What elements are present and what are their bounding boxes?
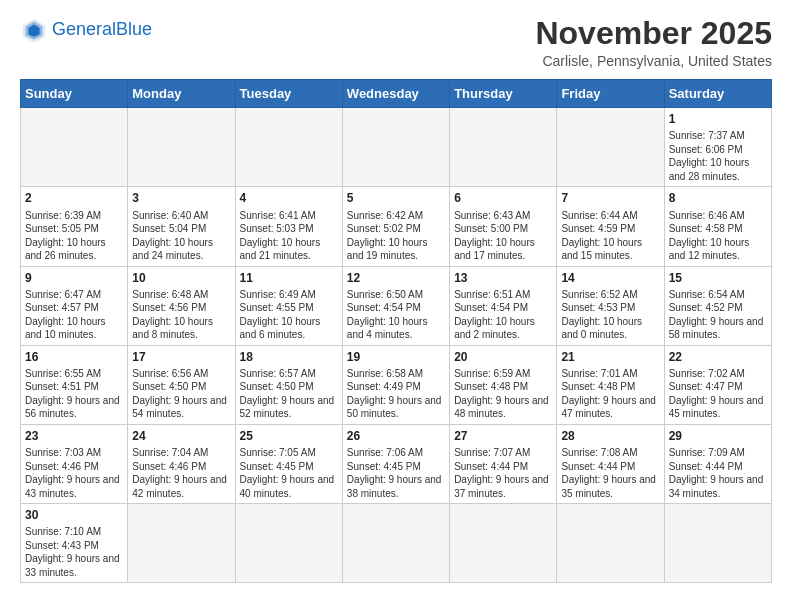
day-number: 23 [25, 428, 123, 444]
location: Carlisle, Pennsylvania, United States [535, 53, 772, 69]
day-info: Sunrise: 6:58 AM Sunset: 4:49 PM Dayligh… [347, 367, 445, 421]
day-number: 5 [347, 190, 445, 206]
table-row: 10Sunrise: 6:48 AM Sunset: 4:56 PM Dayli… [128, 266, 235, 345]
table-row [342, 504, 449, 583]
day-number: 18 [240, 349, 338, 365]
table-row: 21Sunrise: 7:01 AM Sunset: 4:48 PM Dayli… [557, 345, 664, 424]
month-title: November 2025 [535, 16, 772, 51]
day-info: Sunrise: 6:44 AM Sunset: 4:59 PM Dayligh… [561, 209, 659, 263]
day-number: 14 [561, 270, 659, 286]
day-number: 7 [561, 190, 659, 206]
logo-general: General [52, 19, 116, 39]
day-number: 10 [132, 270, 230, 286]
col-friday: Friday [557, 80, 664, 108]
day-info: Sunrise: 7:07 AM Sunset: 4:44 PM Dayligh… [454, 446, 552, 500]
day-info: Sunrise: 6:40 AM Sunset: 5:04 PM Dayligh… [132, 209, 230, 263]
table-row: 26Sunrise: 7:06 AM Sunset: 4:45 PM Dayli… [342, 424, 449, 503]
table-row [235, 504, 342, 583]
table-row: 8Sunrise: 6:46 AM Sunset: 4:58 PM Daylig… [664, 187, 771, 266]
day-info: Sunrise: 6:47 AM Sunset: 4:57 PM Dayligh… [25, 288, 123, 342]
day-number: 8 [669, 190, 767, 206]
table-row: 6Sunrise: 6:43 AM Sunset: 5:00 PM Daylig… [450, 187, 557, 266]
day-info: Sunrise: 6:43 AM Sunset: 5:00 PM Dayligh… [454, 209, 552, 263]
header: GeneralBlue November 2025 Carlisle, Penn… [20, 16, 772, 69]
day-info: Sunrise: 6:41 AM Sunset: 5:03 PM Dayligh… [240, 209, 338, 263]
col-tuesday: Tuesday [235, 80, 342, 108]
col-saturday: Saturday [664, 80, 771, 108]
day-number: 30 [25, 507, 123, 523]
day-info: Sunrise: 6:57 AM Sunset: 4:50 PM Dayligh… [240, 367, 338, 421]
day-number: 29 [669, 428, 767, 444]
day-info: Sunrise: 6:50 AM Sunset: 4:54 PM Dayligh… [347, 288, 445, 342]
table-row: 23Sunrise: 7:03 AM Sunset: 4:46 PM Dayli… [21, 424, 128, 503]
day-number: 21 [561, 349, 659, 365]
table-row: 24Sunrise: 7:04 AM Sunset: 4:46 PM Dayli… [128, 424, 235, 503]
day-number: 25 [240, 428, 338, 444]
day-info: Sunrise: 7:03 AM Sunset: 4:46 PM Dayligh… [25, 446, 123, 500]
day-number: 13 [454, 270, 552, 286]
table-row: 19Sunrise: 6:58 AM Sunset: 4:49 PM Dayli… [342, 345, 449, 424]
table-row: 3Sunrise: 6:40 AM Sunset: 5:04 PM Daylig… [128, 187, 235, 266]
table-row: 27Sunrise: 7:07 AM Sunset: 4:44 PM Dayli… [450, 424, 557, 503]
logo-blue: Blue [116, 19, 152, 39]
table-row: 22Sunrise: 7:02 AM Sunset: 4:47 PM Dayli… [664, 345, 771, 424]
day-info: Sunrise: 7:04 AM Sunset: 4:46 PM Dayligh… [132, 446, 230, 500]
day-number: 9 [25, 270, 123, 286]
day-number: 1 [669, 111, 767, 127]
day-number: 20 [454, 349, 552, 365]
table-row: 20Sunrise: 6:59 AM Sunset: 4:48 PM Dayli… [450, 345, 557, 424]
day-number: 16 [25, 349, 123, 365]
table-row: 7Sunrise: 6:44 AM Sunset: 4:59 PM Daylig… [557, 187, 664, 266]
table-row: 13Sunrise: 6:51 AM Sunset: 4:54 PM Dayli… [450, 266, 557, 345]
day-number: 26 [347, 428, 445, 444]
generalblue-logo-icon [20, 16, 48, 44]
table-row [342, 108, 449, 187]
table-row: 4Sunrise: 6:41 AM Sunset: 5:03 PM Daylig… [235, 187, 342, 266]
day-info: Sunrise: 6:54 AM Sunset: 4:52 PM Dayligh… [669, 288, 767, 342]
day-number: 11 [240, 270, 338, 286]
day-number: 12 [347, 270, 445, 286]
logo-text: GeneralBlue [52, 20, 152, 40]
table-row [557, 504, 664, 583]
calendar-header-row: Sunday Monday Tuesday Wednesday Thursday… [21, 80, 772, 108]
table-row: 9Sunrise: 6:47 AM Sunset: 4:57 PM Daylig… [21, 266, 128, 345]
table-row: 29Sunrise: 7:09 AM Sunset: 4:44 PM Dayli… [664, 424, 771, 503]
calendar: Sunday Monday Tuesday Wednesday Thursday… [20, 79, 772, 583]
day-info: Sunrise: 6:46 AM Sunset: 4:58 PM Dayligh… [669, 209, 767, 263]
table-row [664, 504, 771, 583]
day-info: Sunrise: 6:39 AM Sunset: 5:05 PM Dayligh… [25, 209, 123, 263]
day-info: Sunrise: 7:37 AM Sunset: 6:06 PM Dayligh… [669, 129, 767, 183]
day-number: 19 [347, 349, 445, 365]
table-row: 11Sunrise: 6:49 AM Sunset: 4:55 PM Dayli… [235, 266, 342, 345]
title-block: November 2025 Carlisle, Pennsylvania, Un… [535, 16, 772, 69]
day-info: Sunrise: 6:55 AM Sunset: 4:51 PM Dayligh… [25, 367, 123, 421]
day-number: 15 [669, 270, 767, 286]
col-thursday: Thursday [450, 80, 557, 108]
table-row: 12Sunrise: 6:50 AM Sunset: 4:54 PM Dayli… [342, 266, 449, 345]
day-info: Sunrise: 7:06 AM Sunset: 4:45 PM Dayligh… [347, 446, 445, 500]
day-info: Sunrise: 6:42 AM Sunset: 5:02 PM Dayligh… [347, 209, 445, 263]
day-info: Sunrise: 7:08 AM Sunset: 4:44 PM Dayligh… [561, 446, 659, 500]
table-row [128, 108, 235, 187]
table-row: 18Sunrise: 6:57 AM Sunset: 4:50 PM Dayli… [235, 345, 342, 424]
table-row [21, 108, 128, 187]
day-number: 17 [132, 349, 230, 365]
day-number: 4 [240, 190, 338, 206]
day-info: Sunrise: 6:59 AM Sunset: 4:48 PM Dayligh… [454, 367, 552, 421]
table-row: 25Sunrise: 7:05 AM Sunset: 4:45 PM Dayli… [235, 424, 342, 503]
day-info: Sunrise: 6:49 AM Sunset: 4:55 PM Dayligh… [240, 288, 338, 342]
table-row: 30Sunrise: 7:10 AM Sunset: 4:43 PM Dayli… [21, 504, 128, 583]
table-row: 2Sunrise: 6:39 AM Sunset: 5:05 PM Daylig… [21, 187, 128, 266]
day-info: Sunrise: 7:10 AM Sunset: 4:43 PM Dayligh… [25, 525, 123, 579]
table-row [450, 108, 557, 187]
day-number: 6 [454, 190, 552, 206]
day-info: Sunrise: 6:52 AM Sunset: 4:53 PM Dayligh… [561, 288, 659, 342]
day-info: Sunrise: 7:09 AM Sunset: 4:44 PM Dayligh… [669, 446, 767, 500]
table-row: 17Sunrise: 6:56 AM Sunset: 4:50 PM Dayli… [128, 345, 235, 424]
day-info: Sunrise: 7:02 AM Sunset: 4:47 PM Dayligh… [669, 367, 767, 421]
day-number: 3 [132, 190, 230, 206]
col-wednesday: Wednesday [342, 80, 449, 108]
day-number: 27 [454, 428, 552, 444]
table-row: 1Sunrise: 7:37 AM Sunset: 6:06 PM Daylig… [664, 108, 771, 187]
day-number: 22 [669, 349, 767, 365]
